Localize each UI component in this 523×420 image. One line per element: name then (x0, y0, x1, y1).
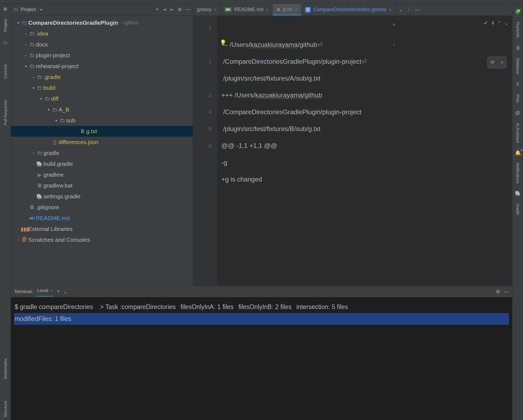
close-icon[interactable]: × (214, 7, 217, 12)
close-icon[interactable]: × (389, 7, 391, 12)
collapse-all-icon[interactable]: ⇤ (170, 7, 174, 12)
tree-gradle-hidden-dir[interactable]: ›🗀.gradle (11, 72, 193, 82)
chevron-down-icon[interactable]: ▾ (16, 21, 21, 25)
project-structure-icon[interactable]: ▤ (4, 7, 7, 11)
tree-idea-dir[interactable]: ›🗀.idea (11, 28, 193, 39)
tree-build-gradle[interactable]: 🐘build.gradle (11, 158, 193, 169)
project-pane: 🗀 Project ▼ ⌖ ⇥ ⇤ ⚙ — ▾ 🗀 (11, 4, 193, 286)
terminal-pane: Terminal: Local× + ⌄ ⚙ — $ gradle compar… (11, 286, 512, 420)
tree-ab-dir[interactable]: ▾🗀A_B (11, 104, 193, 115)
right-tool-plots[interactable]: Plots (515, 92, 521, 105)
right-tool-ai-assistant[interactable]: AI Assistant (515, 121, 521, 145)
close-icon[interactable]: × (500, 60, 503, 65)
tree-external-libraries[interactable]: ›▮▮▮External Libraries (11, 224, 193, 234)
reader-mode-toggle[interactable]: ⟳ × (487, 56, 507, 68)
tab-compare-action[interactable]: CCompareDirectoriesAction.groovy× (301, 4, 396, 15)
left-tool-strip: ▤ Project 🗀 Commit Pull Requests Bookmar… (0, 4, 11, 420)
new-session-icon[interactable]: + (57, 289, 60, 294)
hide-icon[interactable]: — (504, 289, 509, 294)
code-text: /CompareDirectoriesGradlePlugin/plugin-p… (221, 58, 361, 65)
expand-all-icon[interactable]: ⇥ (162, 7, 166, 12)
tree-sub-dir[interactable]: ▾🗀sub (11, 115, 193, 126)
locate-icon[interactable]: ⌖ (156, 7, 159, 12)
tree-rehearsal-project-dir[interactable]: ▾🗀rehearsal-project (11, 61, 193, 72)
tree-scratches[interactable]: ›🗐Scratches and Consoles (11, 234, 193, 245)
close-icon[interactable]: × (266, 7, 269, 12)
terminal-output[interactable]: $ gradle compareDirectories > Task :comp… (11, 297, 512, 420)
right-tool-gradle[interactable]: Gradle (515, 201, 521, 217)
tab-readme[interactable]: MDREADME.md× (221, 4, 273, 15)
database-icon[interactable]: 🛢 (515, 45, 520, 51)
tree-readme-md[interactable]: MDREADME.md (11, 213, 193, 224)
code-text: /github (298, 41, 317, 48)
right-tool-database[interactable]: Database (515, 56, 521, 77)
tree-differences-json[interactable]: {}differences.json (11, 137, 193, 148)
right-tool-strip: 🧩 PlantUML 🛢 Database ⠿ Plots @ AI Assis… (512, 4, 523, 420)
project-view-label: Project (21, 7, 36, 12)
terminal-header: Terminal: Local× + ⌄ ⚙ — (11, 286, 512, 297)
plots-icon[interactable]: ⠿ (516, 81, 519, 87)
editor-content[interactable]: 💡--- /Users/kazuakiurayama/github⏎ /Comp… (218, 16, 512, 286)
code-text: /plugin/src/test/fixtures/B/sub/g.txt (221, 125, 320, 132)
bell-icon[interactable]: 🔔 (515, 150, 521, 156)
editor-tabs: groovy× MDREADME.md× 🗎g.txt× CCompareDir… (193, 4, 512, 16)
left-tool-bookmarks[interactable]: Bookmarks (2, 356, 8, 382)
code-text: /plugin/src/test/fixtures/A/sub/g.txt (221, 75, 320, 82)
tree-diff-dir[interactable]: ▾🗀diff (11, 93, 193, 104)
intention-bulb-icon[interactable]: 💡 (220, 34, 227, 51)
tree-plugin-project-dir[interactable]: ›🗀plugin-project (11, 50, 193, 61)
minimize-icon[interactable]: — (415, 7, 419, 12)
editor-gutter: 1 2 3 4 5 6 (193, 16, 218, 286)
chevron-up-icon[interactable]: ⌃ (498, 20, 501, 26)
right-tool-notifications[interactable]: Notifications (515, 161, 521, 186)
code-text: -g (221, 159, 227, 166)
project-tree: ▾ 🗀 CompareDirectoriesGradlePlugin ~/git… (11, 16, 193, 286)
hide-icon[interactable]: — (186, 7, 190, 12)
plantuml-icon[interactable]: 🧩 (515, 9, 521, 15)
refresh-icon: ⟳ (490, 59, 495, 65)
tree-g-txt[interactable]: 🗎g.txt (11, 126, 193, 137)
tree-build-dir[interactable]: ▾🗀build (11, 82, 193, 93)
code-text: kazuakiurayama (255, 91, 303, 99)
breadcrumb-bar (0, 0, 523, 4)
project-pane-header: 🗀 Project ▼ ⌖ ⇥ ⇤ ⚙ — (11, 4, 193, 16)
close-icon[interactable]: × (50, 288, 53, 293)
tab-g-txt[interactable]: 🗎g.txt× (273, 4, 302, 15)
editor-pane: groovy× MDREADME.md× 🗎g.txt× CCompareDir… (193, 4, 512, 286)
gradle-icon[interactable]: 🐘 (515, 190, 521, 196)
terminal-title: Terminal: (14, 289, 33, 294)
inspection-widget[interactable]: ✔ 4 ⌃ ⌄ (483, 20, 508, 27)
tree-root-module[interactable]: ▾ 🗀 CompareDirectoriesGradlePlugin ~/git… (11, 17, 193, 28)
check-icon: ✔ (483, 20, 488, 27)
left-tool-project[interactable]: Project (2, 16, 8, 34)
folder-icon: 🗀 (3, 40, 8, 46)
ai-icon[interactable]: @ (515, 110, 520, 116)
code-text: /CompareDirectoriesGradlePlugin/plugin-p… (221, 108, 361, 116)
gear-icon[interactable]: ⚙ (178, 7, 182, 12)
module-icon: 🗀 (21, 20, 28, 26)
code-text: @@ -1,1 +1,1 @@ (221, 142, 277, 149)
chevron-down-icon[interactable]: ⌄ (505, 20, 508, 26)
tree-gradle-dir[interactable]: ›🗀gradle (11, 148, 193, 158)
terminal-tab-local[interactable]: Local× (37, 287, 53, 297)
tree-gitignore[interactable]: 🗎.gitignore (11, 202, 193, 213)
tab-groovy[interactable]: groovy× (193, 4, 221, 15)
chevron-down-icon[interactable]: ⌄ (63, 289, 68, 295)
right-tool-plantuml[interactable]: PlantUML (515, 20, 521, 40)
code-text: +g is changed (221, 176, 262, 183)
close-icon[interactable]: × (295, 7, 298, 12)
tree-gradlew[interactable]: ▶gradlew (11, 169, 193, 180)
chevron-down-icon: ▼ (40, 8, 43, 12)
tree-gradlew-bat[interactable]: 🗎gradlew.bat (11, 180, 193, 191)
left-tool-commit[interactable]: Commit (2, 62, 8, 81)
left-tool-structure[interactable]: Structure (2, 398, 8, 420)
code-text: kazuakiurayama (250, 41, 298, 48)
gear-icon[interactable]: ⚙ (496, 289, 500, 295)
more-icon[interactable]: ⋮ (406, 7, 411, 12)
project-view-selector[interactable]: 🗀 Project ▼ (14, 7, 153, 12)
tree-docs-dir[interactable]: ›🗀docs (11, 39, 193, 50)
left-tool-pull-requests[interactable]: Pull Requests (2, 97, 8, 128)
code-text: /github (302, 91, 322, 99)
tab-list-chevron-icon[interactable]: ⌄ (399, 7, 403, 12)
tree-settings-gradle[interactable]: 🐘settings.gradle (11, 191, 193, 202)
